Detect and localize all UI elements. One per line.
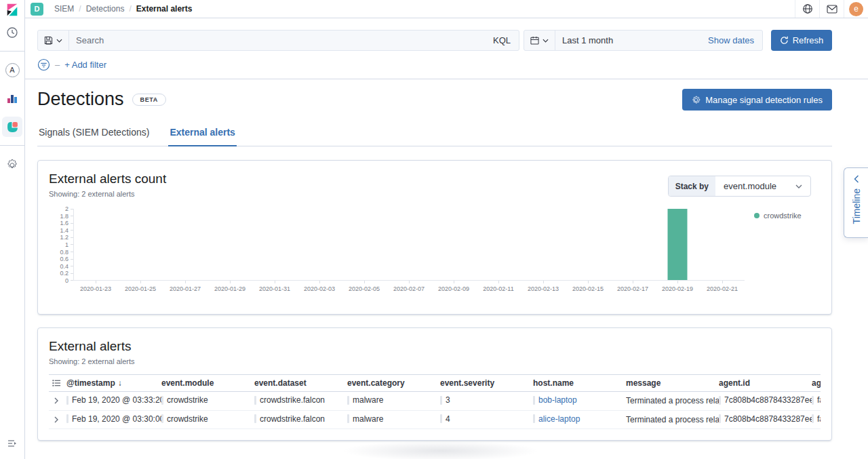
- breadcrumb-item: External alerts: [136, 4, 193, 14]
- management-gear-icon[interactable]: [2, 154, 22, 174]
- recently-viewed-icon[interactable]: [2, 22, 22, 43]
- drag-handle: [440, 396, 442, 405]
- analytics-app-icon[interactable]: [2, 88, 22, 108]
- breadcrumb-item[interactable]: SIEM: [54, 4, 74, 14]
- breadcrumb-separator: /: [79, 4, 81, 14]
- column-header-event.category[interactable]: event.category: [347, 375, 440, 392]
- x-axis-tick-label: 2020-02-05: [342, 281, 387, 293]
- column-header-event.severity[interactable]: event.severity: [440, 375, 533, 392]
- x-axis-tick-label: 2020-01-29: [208, 281, 252, 293]
- main-content: KQL Last 1 month Show dates Refresh – + …: [25, 18, 868, 459]
- space-switcher-badge[interactable]: D: [31, 3, 43, 16]
- manage-rules-button[interactable]: Manage signal detection rules: [682, 89, 832, 111]
- drag-handle: [533, 396, 535, 405]
- drag-handle: [347, 414, 349, 423]
- sidebar-divider: [0, 51, 25, 52]
- help-globe-icon[interactable]: [795, 0, 819, 18]
- alert-row: Feb 19, 2020 @ 03:30:00.000crowdstrikecr…: [49, 410, 821, 429]
- drag-handle: [812, 396, 814, 405]
- expand-row-button[interactable]: [49, 392, 66, 411]
- legend-item-crowdstrike[interactable]: crowdstrike: [754, 212, 821, 220]
- chevron-left-icon: [854, 175, 859, 183]
- column-header-event.dataset[interactable]: event.dataset: [254, 375, 347, 392]
- cell-host.name[interactable]: alice-laptop: [533, 410, 626, 429]
- x-axis-tick-label: 2020-01-31: [252, 281, 297, 293]
- cell-event.category[interactable]: malware: [347, 392, 440, 411]
- drag-handle: [719, 396, 721, 405]
- cell-message: Terminated a process relate...: [626, 392, 719, 411]
- column-header-host.name[interactable]: host.name: [533, 375, 626, 392]
- panel-shadow: [342, 441, 539, 459]
- siem-app-icon[interactable]: [2, 117, 22, 137]
- chevron-down-icon: [56, 39, 62, 43]
- cell-event.module[interactable]: crowdstrike: [161, 392, 254, 411]
- cell-event.severity[interactable]: 4: [440, 410, 533, 429]
- bar-crowdstrike-2020-02-19[interactable]: [668, 209, 688, 280]
- cell-event.module[interactable]: crowdstrike: [161, 410, 254, 429]
- gear-icon: [692, 96, 701, 104]
- alert-row: Feb 19, 2020 @ 03:33:20.000crowdstrikecr…: [49, 392, 821, 411]
- expand-row-button[interactable]: [49, 410, 66, 429]
- drag-handle: [161, 414, 163, 423]
- breadcrumb-item[interactable]: Detections: [86, 4, 125, 14]
- chart-x-axis: 2020-01-232020-01-252020-01-272020-01-29…: [73, 281, 745, 293]
- date-quick-menu-button[interactable]: [524, 31, 555, 50]
- cell-@timestamp[interactable]: Feb 19, 2020 @ 03:30:00.000: [66, 410, 161, 429]
- timeline-flyout-button[interactable]: Timeline: [844, 167, 868, 238]
- cell-agent.id[interactable]: 7c808b4c8878433287eea...: [719, 392, 812, 411]
- date-picker: Last 1 month Show dates: [524, 30, 763, 51]
- tab-external-alerts[interactable]: External alerts: [168, 127, 237, 146]
- alerts-table-header-row: @timestamp↓event.moduleevent.dataseteven…: [49, 375, 821, 392]
- cell-event.dataset[interactable]: crowdstrike.falcon: [254, 392, 347, 411]
- refresh-button[interactable]: Refresh: [771, 30, 832, 51]
- drag-handle: [66, 414, 68, 423]
- date-range-value[interactable]: Last 1 month: [555, 35, 700, 45]
- drag-handle: [254, 414, 256, 423]
- cell-host.name[interactable]: bob-laptop: [533, 392, 626, 411]
- drag-handle: [347, 396, 349, 405]
- stack-by-label: Stack by: [669, 176, 715, 196]
- stack-by-select[interactable]: event.module: [715, 176, 810, 196]
- kql-syntax-button[interactable]: KQL: [485, 35, 519, 45]
- column-header-event.module[interactable]: event.module: [161, 375, 254, 392]
- column-header-@timestamp[interactable]: @timestamp↓: [66, 375, 161, 392]
- dock-navigation-icon[interactable]: [2, 433, 22, 454]
- x-axis-tick-label: 2020-02-19: [655, 281, 700, 293]
- search-input[interactable]: [69, 35, 485, 45]
- cell-age[interactable]: fal: [812, 410, 821, 429]
- cell-event.dataset[interactable]: crowdstrike.falcon: [254, 410, 347, 429]
- fields-browser-button[interactable]: [49, 375, 66, 392]
- sidebar-divider: [0, 145, 25, 146]
- filter-options-icon[interactable]: [37, 58, 50, 71]
- x-axis-tick-label: 2020-02-15: [566, 281, 610, 293]
- cell-agent.id[interactable]: 7c808b4c8878433287eea...: [719, 410, 812, 429]
- x-axis-tick-label: 2020-02-21: [700, 281, 745, 293]
- cell-event.category[interactable]: malware: [347, 410, 440, 429]
- app-sidebar: A: [0, 0, 25, 459]
- column-header-age[interactable]: age: [812, 375, 821, 392]
- x-axis-tick-label: 2020-02-09: [431, 281, 476, 293]
- show-dates-link[interactable]: Show dates: [700, 35, 762, 45]
- add-filter-link[interactable]: + Add filter: [64, 60, 106, 70]
- x-axis-tick-label: 2020-02-03: [297, 281, 342, 293]
- calendar-icon: [530, 36, 539, 45]
- chart-y-axis: 21.81.61.41.210.80.60.40.20: [49, 209, 73, 281]
- alerts-table-wrap: @timestamp↓event.moduleevent.dataseteven…: [49, 374, 821, 429]
- cell-event.severity[interactable]: 3: [440, 392, 533, 411]
- mail-icon[interactable]: [819, 0, 844, 18]
- alerts-table: @timestamp↓event.moduleevent.dataseteven…: [49, 374, 821, 429]
- tab-signals[interactable]: Signals (SIEM Detections): [37, 127, 151, 146]
- column-header-agent.id[interactable]: agent.id: [719, 375, 812, 392]
- cell-age[interactable]: fal: [812, 392, 821, 411]
- drag-handle: [440, 414, 442, 423]
- cell-@timestamp[interactable]: Feb 19, 2020 @ 03:33:20.000: [66, 392, 161, 411]
- column-header-message[interactable]: message: [626, 375, 719, 392]
- stack-by-control: Stack by event.module: [668, 176, 811, 197]
- external-alerts-table-panel: External alerts Showing: 2 external aler…: [37, 327, 832, 441]
- saved-query-menu-button[interactable]: [38, 31, 69, 50]
- sidebar-app-a-icon[interactable]: A: [2, 60, 22, 80]
- drag-handle: [719, 414, 721, 423]
- user-avatar[interactable]: e: [844, 0, 868, 18]
- kibana-logo-icon[interactable]: [0, 0, 25, 18]
- fields-list-icon: [52, 379, 61, 387]
